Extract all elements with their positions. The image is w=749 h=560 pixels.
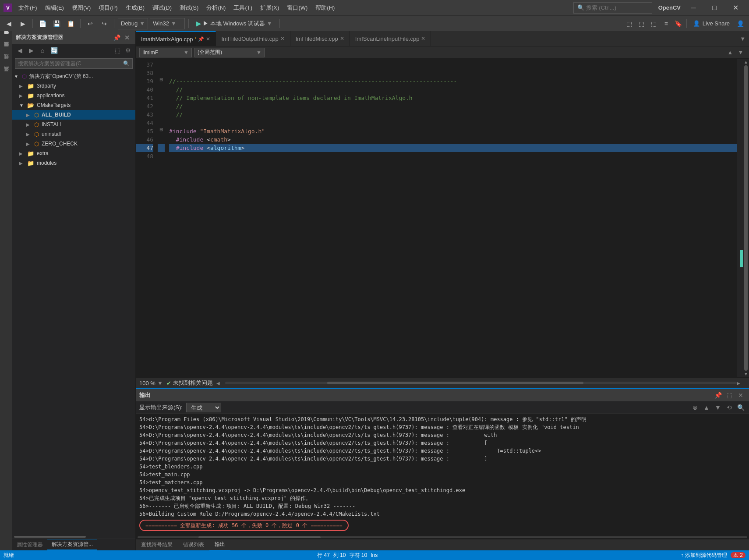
menu-build[interactable]: 生成(B) [122,3,148,13]
platform-dropdown[interactable]: Win32 ▼ [150,18,185,29]
tree-item-applications[interactable]: ▶ 📁 applications [12,91,135,100]
menu-edit[interactable]: 编辑(E) [42,3,67,13]
zoom-control[interactable]: 100 % ▼ [139,380,163,386]
minimize-button[interactable]: ─ [683,0,703,15]
status-col[interactable]: 列 10 [333,552,346,559]
editor-hscrollbar[interactable]: ◀ ▶ [216,381,745,385]
toolbar-extra-3[interactable]: ⬚ [648,18,660,30]
sidebar-settings-button[interactable]: ⚙ [123,46,133,55]
menu-tools[interactable]: 工具(T) [230,3,256,13]
hscroll-left-arrow[interactable]: ◀ [216,381,225,386]
output-find-button[interactable]: 🔍 [736,403,745,412]
sidebar-back-button[interactable]: ◀ [15,46,25,55]
status-row[interactable]: 行 47 [317,552,330,559]
tree-item-modules[interactable]: ▶ 📁 modules [12,158,135,168]
run-button[interactable]: ▶ ▶ 本地 Windows 调试器 ▼ [192,18,276,29]
save-all-button[interactable]: 📋 [64,18,77,30]
find-symbol-tab[interactable]: 查找符号结果 [136,539,178,551]
sidebar-home-button[interactable]: ⌂ [38,46,47,55]
search-input[interactable] [586,4,643,11]
scroll-up-arrow[interactable]: ▲ [744,60,748,64]
output-clear-button[interactable]: ⊗ [690,403,700,412]
output-tab[interactable]: 输出 [209,539,230,551]
sidebar-search-box[interactable]: 🔍 [15,58,133,69]
output-hscrollbar[interactable] [136,535,749,539]
sidebar-forward-button[interactable]: ▶ [26,46,36,55]
status-error-count[interactable]: ⚠ 2 [731,552,745,558]
tree-item-install[interactable]: ▶ ⬡ INSTALL [12,120,135,129]
status-git[interactable]: ↑ 添加到源代码管理 [681,552,727,559]
menu-window[interactable]: 窗口(W) [283,3,311,13]
nav-back-button[interactable]: ◀ [3,18,15,30]
undo-button[interactable]: ↩ [84,18,96,30]
output-scroll-down-button[interactable]: ▼ [713,403,723,412]
sidebar-pin-button[interactable]: 📌 [112,33,121,43]
sidebar-scrollbar[interactable] [12,535,135,539]
tab-imath-matrix-algo[interactable]: ImathMatrixAlgo.cpp * 📌 ✕ [136,31,216,46]
menu-analyze[interactable]: 分析(N) [203,3,229,13]
menu-test[interactable]: 测试(S) [176,3,202,13]
scroll-down-arrow[interactable]: ▼ [744,372,748,376]
scroll-thumb[interactable] [744,65,748,371]
sidebar-refresh-button[interactable]: 🔄 [49,46,59,55]
tree-item-extra[interactable]: ▶ 📁 extra [12,149,135,158]
live-share-button[interactable]: 👤 Live Share [689,19,734,28]
activity-toolbox[interactable]: 工具箱 [1,70,11,80]
toolbar-extra-2[interactable]: ⬚ [636,18,648,30]
tab-close-button[interactable]: ✕ [340,35,344,42]
fold-icon-45[interactable]: ⊟ [158,127,165,135]
maximize-button[interactable]: □ [704,0,724,15]
tab-overflow-button[interactable]: ▼ [736,35,749,42]
tree-item-uninstall[interactable]: ▶ ⬡ uninstall [12,129,135,139]
output-source-select[interactable]: 生成 [186,403,221,412]
tab-close-button[interactable]: ✕ [421,35,425,42]
output-close-button[interactable]: ✕ [736,390,745,400]
activity-props[interactable]: 属性 [1,57,11,68]
tab-imf-tiled-output[interactable]: ImfTiledOutputFile.cpp ✕ [216,31,290,46]
menu-help[interactable]: 帮助(H) [312,3,338,13]
scroll-up-button[interactable]: ▲ [725,48,735,57]
hscroll-thumb[interactable] [327,382,583,384]
hscroll-track[interactable] [225,382,737,384]
config-dropdown[interactable]: Debug ▼ [118,18,148,29]
properties-tab[interactable]: 属性管理器 [12,539,47,550]
global-search-box[interactable]: 🔍 [573,2,652,14]
toolbar-extra-4[interactable]: ≡ [660,18,672,30]
menu-extensions[interactable]: 扩展(X) [257,3,283,13]
status-char[interactable]: 字符 10 [350,552,367,559]
new-file-button[interactable]: 📄 [36,18,49,30]
solution-explorer-tab[interactable]: 解决方案资源管... [47,539,97,550]
nav-forward-button[interactable]: ▶ [17,18,29,30]
tree-item-cmaketargets[interactable]: ▼ 📂 CMakeTargets [12,100,135,110]
menu-view[interactable]: 视图(V) [68,3,94,13]
account-button[interactable]: 👤 [734,18,746,30]
menu-debug[interactable]: 调试(D) [149,3,175,13]
tree-item-3rdparty[interactable]: ▶ 📁 3rdparty [12,81,135,91]
toolbar-extra-5[interactable]: 🔖 [672,18,685,30]
redo-button[interactable]: ↪ [98,18,110,30]
code-content[interactable]: //--------------------------------------… [165,59,737,377]
output-scroll-up-button[interactable]: ▲ [702,403,711,412]
sidebar-close-button[interactable]: ✕ [122,33,132,43]
activity-solution-explorer[interactable]: 解决方案资源管理器 [1,33,11,43]
sidebar-search-input[interactable] [18,60,121,67]
scroll-down-button[interactable]: ▼ [736,48,745,57]
tab-imf-tiled-misc[interactable]: ImfTiledMisc.cpp ✕ [290,31,350,46]
toolbar-extra-1[interactable]: ⬚ [623,18,636,30]
tree-item-all-build[interactable]: ▶ ⬡ ALL_BUILD [12,110,135,120]
output-pin-button[interactable]: 📌 [713,390,723,400]
tab-imf-scan-line[interactable]: ImfScanLineInputFile.cpp ✕ [350,31,431,46]
hscroll-right-arrow[interactable]: ▶ [737,381,745,386]
tree-item-solution[interactable]: ▼ ⬡ 解决方案"OpenCV"(第 63... [12,71,135,81]
menu-project[interactable]: 项目(P) [95,3,121,13]
tree-item-zero-check[interactable]: ▶ ⬡ ZERO_CHECK [12,139,135,149]
tab-close-button[interactable]: ✕ [206,36,210,42]
output-word-wrap-button[interactable]: ⟲ [724,403,734,412]
status-ins[interactable]: Ins [371,552,378,558]
activity-team-explorer[interactable]: 团队资源管理器 [1,45,11,56]
menu-file[interactable]: 文件(F) [15,3,41,13]
sidebar-expand-button[interactable]: ⬚ [113,46,122,55]
class-dropdown[interactable]: IlmlmF ▼ [139,48,192,57]
close-button[interactable]: ✕ [725,0,745,15]
error-list-tab[interactable]: 错误列表 [178,539,209,551]
